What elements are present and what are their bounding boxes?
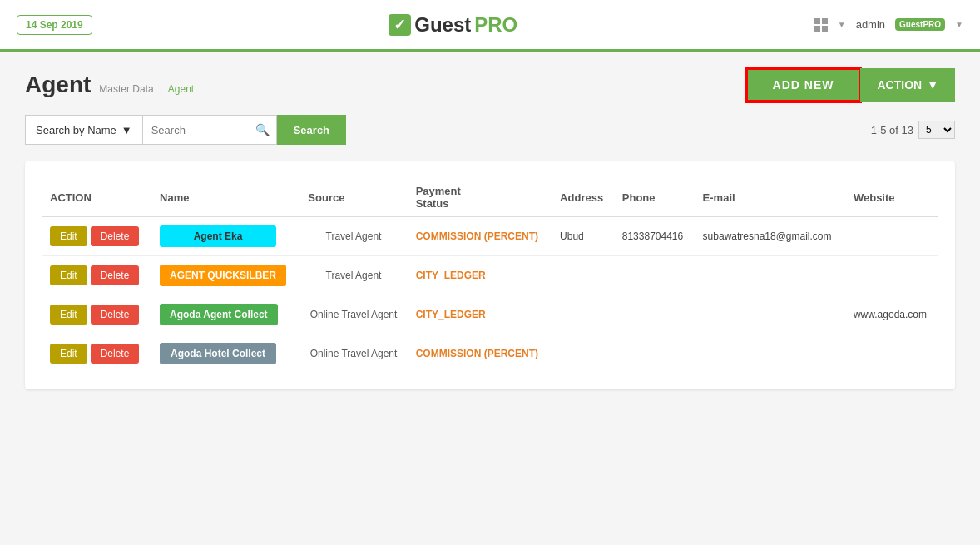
- page-title-right: ADD NEW ACTION ▼: [746, 68, 955, 102]
- col-phone: Phone: [614, 178, 695, 217]
- search-icon: 🔍: [255, 123, 270, 136]
- name-cell: Agoda Agent Collect: [151, 295, 299, 334]
- name-cell: AGENT QUICKSILBER: [151, 256, 299, 295]
- header-right: ▼ admin GuestPRO ▼: [814, 18, 963, 32]
- phone-cell: [614, 256, 695, 295]
- website-cell: [845, 256, 938, 295]
- action-cell: EditDelete: [42, 217, 151, 256]
- delete-button[interactable]: Delete: [91, 265, 140, 285]
- per-page-select[interactable]: 5 10 25: [918, 121, 955, 139]
- page-title: Agent: [25, 72, 91, 98]
- logo-guest: Guest: [414, 13, 471, 37]
- table-row: EditDeleteAgoda Agent CollectOnline Trav…: [42, 295, 938, 334]
- agent-name-badge: AGENT QUICKSILBER: [160, 265, 286, 286]
- name-cell: Agoda Hotel Collect: [151, 334, 299, 374]
- edit-button[interactable]: Edit: [50, 305, 87, 325]
- search-by-name-arrow: ▼: [121, 124, 132, 136]
- col-address: Address: [552, 178, 614, 217]
- header: 14 Sep 2019 ✓GuestPRO ▼ admin GuestPRO ▼: [0, 0, 980, 52]
- pagination-text: 1-5 of 13: [871, 124, 913, 136]
- page-title-left: Agent Master Data | Agent: [25, 72, 194, 98]
- table-card: ACTION Name Source PaymentStatus Address…: [25, 161, 955, 389]
- col-source: Source: [299, 178, 407, 217]
- table-body: EditDeleteAgent EkaTravel AgentCOMMISSIO…: [42, 217, 938, 374]
- action-button[interactable]: ACTION ▼: [860, 68, 955, 102]
- admin-dropdown-arrow: ▼: [955, 20, 963, 29]
- payment-status-cell: CITY_LEDGER: [408, 256, 552, 295]
- action-button-label: ACTION: [877, 78, 922, 92]
- agent-name-badge: Agoda Hotel Collect: [160, 343, 276, 364]
- delete-button[interactable]: Delete: [91, 226, 140, 246]
- header-date: 14 Sep 2019: [17, 15, 92, 35]
- source-cell: Travel Agent: [299, 217, 407, 256]
- edit-button[interactable]: Edit: [50, 226, 87, 246]
- admin-label: admin: [856, 18, 885, 31]
- address-cell: [552, 295, 614, 334]
- page-title-row: Agent Master Data | Agent ADD NEW ACTION…: [25, 68, 955, 102]
- breadcrumb-master-data: Master Data: [99, 83, 153, 95]
- website-cell: www.agoda.com: [845, 295, 938, 334]
- search-left: Search by Name ▼ 🔍 Search: [25, 115, 346, 145]
- payment-status-cell: COMMISSION (PERCENT): [408, 217, 552, 256]
- delete-button[interactable]: Delete: [91, 305, 140, 325]
- content: Agent Master Data | Agent ADD NEW ACTION…: [0, 52, 980, 406]
- phone-cell: 81338704416: [614, 217, 695, 256]
- action-dropdown-arrow: ▼: [927, 78, 938, 92]
- action-cell: EditDelete: [42, 295, 151, 334]
- col-action: ACTION: [42, 178, 151, 217]
- search-button[interactable]: Search: [277, 115, 346, 145]
- breadcrumb-current: Agent: [168, 83, 194, 95]
- email-cell: [695, 295, 845, 334]
- logo: ✓GuestPRO: [389, 13, 517, 37]
- search-by-name-label: Search by Name: [36, 124, 116, 136]
- table-header-row: ACTION Name Source PaymentStatus Address…: [42, 178, 938, 217]
- search-by-name-dropdown[interactable]: Search by Name ▼: [25, 115, 143, 145]
- address-cell: [552, 256, 614, 295]
- pagination-info: 1-5 of 13 5 10 25: [871, 121, 955, 139]
- email-cell: [695, 256, 845, 295]
- website-cell: [845, 334, 938, 374]
- search-input-wrapper: 🔍: [143, 115, 277, 145]
- source-cell: Online Travel Agent: [299, 295, 407, 334]
- grid-dropdown-arrow: ▼: [838, 20, 846, 29]
- phone-cell: [614, 295, 695, 334]
- action-cell: EditDelete: [42, 334, 151, 374]
- table-row: EditDeleteAGENT QUICKSILBERTravel AgentC…: [42, 256, 938, 295]
- guestpro-small-logo: GuestPRO: [895, 18, 945, 31]
- source-cell: Online Travel Agent: [299, 334, 407, 374]
- phone-cell: [614, 334, 695, 374]
- email-cell: [695, 334, 845, 374]
- grid-icon[interactable]: [814, 18, 828, 32]
- col-email: E-mail: [695, 178, 845, 217]
- table-header: ACTION Name Source PaymentStatus Address…: [42, 178, 938, 217]
- table-row: EditDeleteAgoda Hotel CollectOnline Trav…: [42, 334, 938, 374]
- col-website: Website: [845, 178, 938, 217]
- col-name: Name: [151, 178, 299, 217]
- breadcrumb-separator: |: [160, 83, 162, 95]
- delete-button[interactable]: Delete: [91, 344, 140, 364]
- table-row: EditDeleteAgent EkaTravel AgentCOMMISSIO…: [42, 217, 938, 256]
- logo-g-icon: ✓: [389, 14, 411, 36]
- name-cell: Agent Eka: [151, 217, 299, 256]
- agent-name-badge: Agoda Agent Collect: [160, 304, 278, 325]
- agents-table: ACTION Name Source PaymentStatus Address…: [42, 178, 938, 373]
- address-cell: [552, 334, 614, 374]
- action-cell: EditDelete: [42, 256, 151, 295]
- payment-status-cell: CITY_LEDGER: [408, 295, 552, 334]
- edit-button[interactable]: Edit: [50, 344, 87, 364]
- agent-name-badge: Agent Eka: [160, 225, 276, 247]
- add-new-button[interactable]: ADD NEW: [746, 68, 861, 102]
- payment-status-cell: COMMISSION (PERCENT): [408, 334, 552, 374]
- email-cell: subawatresna18@gmail.com: [695, 217, 845, 256]
- address-cell: Ubud: [552, 217, 614, 256]
- edit-button[interactable]: Edit: [50, 265, 87, 285]
- breadcrumb: Master Data | Agent: [99, 83, 194, 95]
- search-row: Search by Name ▼ 🔍 Search 1-5 of 13 5 10…: [25, 115, 955, 145]
- logo-pro: PRO: [474, 13, 517, 37]
- source-cell: Travel Agent: [299, 256, 407, 295]
- website-cell: [845, 217, 938, 256]
- col-payment-status: PaymentStatus: [408, 178, 552, 217]
